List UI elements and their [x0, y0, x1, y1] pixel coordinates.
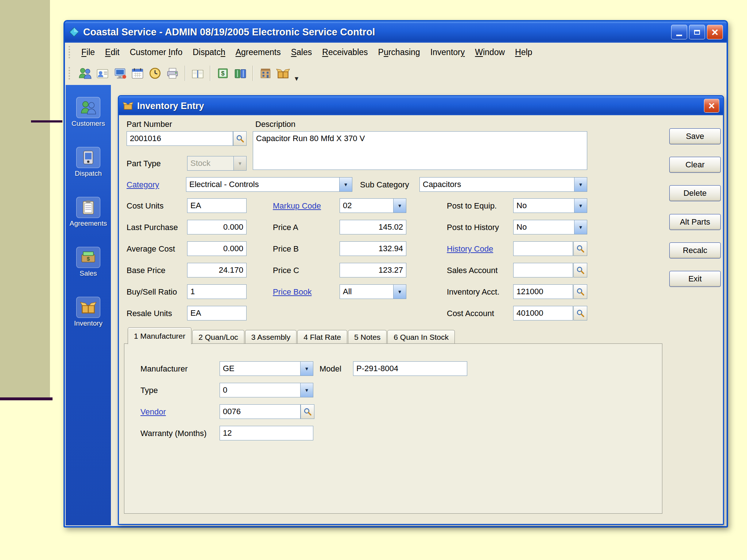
sub-category-combo[interactable]: Capacitors ▼ [419, 177, 587, 192]
sales-account-input[interactable] [513, 263, 573, 277]
cost-account-search-button[interactable] [573, 306, 587, 320]
menu-window[interactable]: Window [470, 45, 510, 59]
app-titlebar[interactable]: Coastal Service - ADMIN 08/19/2005 Elect… [65, 22, 727, 43]
markup-code-link[interactable]: Markup Code [273, 201, 321, 211]
menu-purchasing[interactable]: Purchasing [373, 45, 425, 59]
menu-receivables[interactable]: Receivables [317, 45, 373, 59]
average-cost-input[interactable] [187, 241, 247, 256]
last-purchase-label: Last Purchase [127, 223, 178, 232]
sidebar-item-dispatch[interactable]: Dispatch [66, 147, 111, 178]
price-a-label: Price A [273, 223, 298, 232]
resale-units-label: Resale Units [127, 309, 172, 318]
vendor-link[interactable]: Vendor [140, 407, 166, 417]
customers-icon[interactable] [76, 64, 94, 82]
minimize-button[interactable] [671, 25, 687, 39]
post-to-history-value: No [514, 222, 574, 232]
menu-inventory[interactable]: Inventory [425, 45, 470, 59]
menu-dispatch[interactable]: Dispatch [187, 45, 231, 59]
tab-assembly[interactable]: 3 Assembly [245, 330, 297, 344]
vendor-input[interactable] [220, 404, 301, 419]
menu-sales[interactable]: Sales [286, 45, 317, 59]
close-button[interactable]: × [707, 25, 723, 39]
price-a-input[interactable] [340, 220, 406, 234]
svg-text:$: $ [87, 256, 90, 262]
vendor-search-button[interactable] [301, 404, 314, 419]
toolbar-overflow-arrow[interactable]: ▾ [295, 74, 298, 83]
sidebar-item-agreements[interactable]: Agreements [66, 197, 111, 228]
price-book-link[interactable]: Price Book [273, 287, 311, 297]
description-input[interactable]: Capacitor Run 80 Mfd X 370 V [253, 131, 587, 170]
post-to-equip-label: Post to Equip. [447, 201, 497, 211]
price-book-combo[interactable]: All ▼ [340, 284, 406, 299]
cost-units-input[interactable] [187, 198, 247, 213]
last-purchase-input[interactable] [187, 220, 247, 234]
svg-text:$: $ [221, 70, 225, 77]
slide-accent-strip [0, 0, 50, 397]
inventory-entry-dialog: Inventory Entry × Part Number Descriptio… [118, 95, 724, 525]
history-code-input[interactable] [513, 241, 573, 256]
save-button[interactable]: Save [669, 128, 721, 144]
chevron-down-icon: ▼ [574, 220, 587, 234]
markup-code-combo[interactable]: 02 ▼ [340, 198, 406, 213]
sidebar-item-customers[interactable]: Customers [66, 97, 111, 128]
toolbar-grip [69, 67, 72, 79]
inventory-crate-icon[interactable] [274, 64, 292, 82]
history-code-link[interactable]: History Code [447, 244, 493, 254]
post-to-equip-combo[interactable]: No ▼ [513, 198, 587, 213]
category-link[interactable]: Category [127, 180, 159, 190]
menu-customer-info[interactable]: Customer Info [125, 45, 187, 59]
manufacturer-combo[interactable]: GE ▼ [220, 361, 313, 376]
print-icon[interactable] [164, 64, 181, 82]
cost-account-input[interactable] [513, 306, 573, 320]
menu-edit[interactable]: Edit [100, 45, 125, 59]
recalc-button[interactable]: Recalc [669, 242, 721, 258]
post-to-history-combo[interactable]: No ▼ [513, 220, 587, 234]
sales-book-icon[interactable]: $ [214, 64, 232, 82]
dialog-close-button[interactable]: × [704, 99, 719, 113]
time-icon[interactable] [146, 64, 164, 82]
history-code-search-button[interactable] [573, 241, 587, 256]
tab-notes[interactable]: 5 Notes [348, 330, 387, 344]
restore-button[interactable] [689, 25, 705, 39]
minimize-icon [676, 35, 682, 36]
inventory-acct-input[interactable] [513, 284, 573, 299]
warranty-input[interactable] [220, 426, 313, 440]
inventory-acct-search-button[interactable] [573, 284, 587, 299]
sidebar-item-sales[interactable]: $ Sales [66, 247, 111, 277]
buy-sell-ratio-label: Buy/Sell Ratio [127, 287, 177, 297]
contacts-icon[interactable] [94, 64, 111, 82]
base-price-input[interactable] [187, 263, 247, 277]
purchasing-icon[interactable] [257, 64, 274, 82]
buy-sell-ratio-input[interactable] [187, 284, 247, 299]
menu-agreements[interactable]: Agreements [231, 45, 286, 59]
menu-file[interactable]: File [76, 45, 100, 59]
sidebar-item-inventory[interactable]: Inventory [66, 297, 111, 327]
resale-units-input[interactable] [187, 306, 247, 320]
toolbar-separator [252, 66, 253, 81]
price-b-input[interactable] [340, 241, 406, 256]
delete-button[interactable]: Delete [669, 185, 721, 201]
part-number-search-button[interactable] [233, 131, 247, 146]
model-input[interactable] [353, 361, 467, 376]
tab-manufacturer[interactable]: 1 Manufacturer [128, 327, 191, 344]
phone-book-icon[interactable] [189, 64, 206, 82]
tab-flat-rate[interactable]: 4 Flat Rate [297, 330, 347, 344]
price-c-input[interactable] [340, 263, 406, 277]
clear-button[interactable]: Clear [669, 157, 721, 173]
chevron-down-icon: ▼ [300, 362, 313, 376]
part-number-input[interactable] [127, 131, 233, 146]
tab-quan-loc[interactable]: 2 Quan/Loc [192, 330, 244, 344]
exit-button[interactable]: Exit [669, 271, 721, 287]
sales-account-search-button[interactable] [573, 263, 587, 277]
ledger-icon[interactable] [232, 64, 249, 82]
category-combo[interactable]: Electrical - Controls ▼ [186, 177, 352, 192]
menu-help[interactable]: Help [510, 45, 537, 59]
chevron-down-icon: ▼ [574, 178, 587, 191]
dialog-titlebar[interactable]: Inventory Entry × [119, 96, 723, 115]
tab-quan-in-stock[interactable]: 6 Quan In Stock [387, 330, 455, 344]
type-combo[interactable]: 0 ▼ [220, 383, 313, 397]
alt-parts-button[interactable]: Alt Parts [669, 214, 721, 230]
dispatch-board-icon[interactable] [111, 64, 129, 82]
calendar-icon[interactable] [129, 64, 146, 82]
toolbar-separator [185, 66, 186, 81]
